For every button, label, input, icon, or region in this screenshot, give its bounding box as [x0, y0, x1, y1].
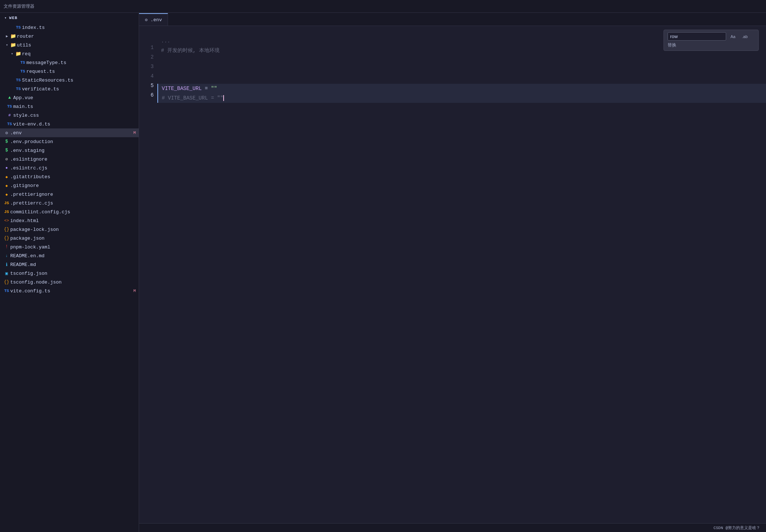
sidebar-item-messagetype[interactable]: TS messageType.ts	[0, 58, 139, 67]
sidebar-item-request[interactable]: TS request.ts	[0, 67, 139, 76]
sidebar-item-eslintignore[interactable]: ⊘ .eslintignore	[0, 155, 139, 164]
sidebar-item-packagelock[interactable]: {} package-lock.json	[0, 225, 139, 234]
editor-content: 1 2 3 4 5 6 ... # 开发的时候, 本地环境	[139, 26, 766, 523]
file-name-index-ts: index.ts	[22, 25, 136, 30]
sidebar-item-commitlint[interactable]: JS commitlint.config.cjs	[0, 207, 139, 216]
tab-env[interactable]: ⚙ .env	[139, 13, 168, 26]
js-icon-commitlint: JS	[3, 210, 10, 214]
sidebar-item-env[interactable]: ⚙ .env M	[0, 128, 139, 137]
sidebar-item-pnpmlock[interactable]: ! pnpm-lock.yaml	[0, 243, 139, 251]
file-name-indexhtml: index.html	[10, 218, 136, 224]
ts-icon-viteconfig: TS	[3, 289, 10, 293]
diamond-icon-pretign: ◆	[3, 192, 10, 197]
sidebar-item-req[interactable]: ▾ 📁 req	[0, 49, 139, 58]
file-name-viteconfig: vite.config.ts	[10, 288, 133, 294]
yaml-icon-pnpm: !	[3, 244, 10, 250]
code-comment-6-end: "	[220, 93, 223, 103]
find-option-ab[interactable]: .ab	[740, 33, 750, 40]
file-name-env-staging: .env.staging	[10, 148, 136, 153]
file-name-readme: README.md	[10, 262, 136, 267]
sidebar-item-verificate[interactable]: TS verificate.ts	[0, 85, 139, 93]
code-line-5: VITE_BASE_URL = ""	[157, 84, 766, 93]
sidebar-item-gitattributes[interactable]: ◆ .gitattributes	[0, 172, 139, 181]
file-name-eslintignore: .eslintignore	[10, 157, 136, 162]
find-option-aa[interactable]: Aa	[728, 33, 737, 40]
dollar-icon-envprod: $	[3, 139, 10, 144]
sidebar-item-utils[interactable]: ▾ 📁 utils	[0, 41, 139, 49]
sidebar-item-env-production[interactable]: $ .env.production	[0, 137, 139, 146]
file-name-pnpmlock: pnpm-lock.yaml	[10, 244, 136, 250]
line-num-3: 3	[139, 62, 154, 71]
status-bar: CSDN @努力的意义是啥？	[139, 523, 766, 532]
file-name-stylecss: style.css	[13, 113, 136, 118]
sidebar-item-gitignore[interactable]: ◆ .gitignore	[0, 181, 139, 190]
find-row: Aa .ab	[668, 32, 755, 41]
ts-icon: TS	[15, 25, 22, 30]
html-icon: <>	[3, 218, 10, 223]
sidebar-item-readme[interactable]: ℹ README.md	[0, 260, 139, 269]
code-var-name-5: VITE_BASE_URL	[162, 84, 202, 93]
file-name-prettierrc: .prettierrc.cjs	[10, 201, 136, 206]
sidebar-item-viteenv[interactable]: TS vite-env.d.ts	[0, 120, 139, 128]
sidebar-item-prettierignore[interactable]: ◆ .prettierignore	[0, 190, 139, 199]
eslint-icon-ignore: ⊘	[3, 157, 10, 162]
sidebar-item-staticresources[interactable]: TS StaticResources.ts	[0, 76, 139, 85]
chevron-down-icon: ▾	[6, 43, 8, 47]
dollar-icon-envstage: $	[3, 148, 10, 153]
chevron-down-icon-req: ▾	[11, 52, 13, 56]
sidebar-item-viteconfig[interactable]: TS vite.config.ts M	[0, 286, 139, 295]
sidebar-item-eslintrc[interactable]: ● .eslintrc.cjs	[0, 164, 139, 172]
sidebar-item-tsconfignode[interactable]: {} tsconfig.node.json	[0, 278, 139, 286]
replace-section: 替换	[668, 42, 755, 48]
file-name-router: router	[17, 34, 136, 39]
eslintrc-icon: ●	[3, 166, 10, 170]
file-name-commitlint: commitlint.config.cjs	[10, 209, 136, 215]
file-name-prettierignore: .prettierignore	[10, 192, 136, 197]
vue-icon-app: ▲	[6, 95, 13, 100]
sidebar-item-packagejson[interactable]: {} package.json	[0, 234, 139, 243]
status-bar-text: CSDN @努力的意义是啥？	[713, 525, 760, 531]
code-line-2	[157, 55, 766, 65]
code-editor[interactable]: ... # 开发的时候, 本地环境 VITE_BASE_URL = ""	[157, 26, 766, 523]
tsconfig-icon: ▣	[3, 271, 10, 276]
code-comment-6-hash: #	[162, 93, 168, 103]
ts-icon-staticresources: TS	[15, 78, 22, 82]
json-icon-pkg: {}	[3, 236, 10, 241]
top-bar-title: 文件资源管理器	[4, 3, 34, 10]
sidebar-item-readmeen[interactable]: ↓ README.en.md	[0, 251, 139, 260]
css-icon-style: #	[6, 113, 13, 117]
ts-icon-request: TS	[19, 69, 26, 74]
file-name-viteenv: vite-env.d.ts	[13, 121, 136, 127]
file-name-utils: utils	[17, 42, 136, 48]
chevron-right-icon: ▶	[6, 34, 8, 38]
code-line-6: # VITE_BASE_URL = " "	[157, 93, 766, 103]
sidebar-item-env-staging[interactable]: $ .env.staging	[0, 146, 139, 155]
sidebar-item-tsconfig[interactable]: ▣ tsconfig.json	[0, 269, 139, 278]
sidebar-item-index-ts[interactable]: TS index.ts	[0, 23, 139, 32]
code-equals-5: =	[202, 84, 211, 93]
folder-icon-utils: 📁	[10, 42, 17, 48]
editor-container: ⚙ .env 1 2 3 4 5 6 ... # 开发的时	[139, 13, 766, 532]
sidebar-item-router[interactable]: ▶ 📁 router	[0, 32, 139, 41]
file-name-req: req	[22, 51, 136, 57]
find-input[interactable]	[668, 32, 726, 41]
code-line-3	[157, 65, 766, 74]
folder-icon-router: 📁	[10, 33, 17, 39]
gear-icon-tab: ⚙	[145, 17, 147, 23]
sidebar-item-appvue[interactable]: ▲ App.vue	[0, 93, 139, 102]
code-line-4	[157, 74, 766, 84]
code-comment-6-var: VITE_BASE_URL = "	[168, 93, 220, 103]
file-name-request: request.ts	[26, 69, 136, 74]
find-replace-widget: Aa .ab 替换	[664, 30, 759, 51]
sidebar-item-prettierrc[interactable]: JS .prettierrc.cjs	[0, 199, 139, 207]
ts-icon-messagetype: TS	[19, 60, 26, 65]
ts-icon-verificate: TS	[15, 87, 22, 91]
sidebar: ▾ WEB TS index.ts ▶ 📁 router ▾ 📁 utils ▾…	[0, 13, 139, 532]
sidebar-item-indexhtml[interactable]: <> index.html	[0, 216, 139, 225]
sidebar-item-maints[interactable]: TS main.ts	[0, 102, 139, 111]
main-layout: ▾ WEB TS index.ts ▶ 📁 router ▾ 📁 utils ▾…	[0, 13, 766, 532]
line-num-5: 5	[139, 81, 154, 90]
file-name-staticresources: StaticResources.ts	[22, 78, 136, 83]
code-comment-1: # 开发的时候, 本地环境	[161, 46, 220, 55]
sidebar-item-stylecss[interactable]: # style.css	[0, 111, 139, 120]
